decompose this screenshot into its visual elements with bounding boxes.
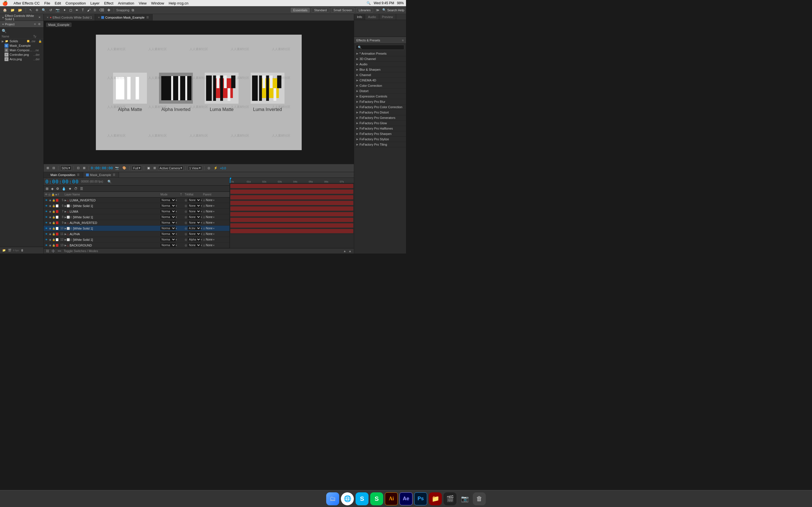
- tab-info[interactable]: Info: [354, 14, 365, 20]
- layer-row[interactable]: 👁 ◉ 🔒 10 ▶ □⊡ [White Solid 1] Norma ▾ ◎ …: [44, 226, 230, 231]
- layer-expand-arrow-4[interactable]: ▶: [64, 221, 66, 224]
- layer-expand-arrow-7[interactable]: ▶: [64, 238, 66, 241]
- tf-add-btn[interactable]: ➕: [51, 249, 55, 253]
- ep-section-header-4[interactable]: ▶Channel: [354, 72, 406, 77]
- tf-up-arrow[interactable]: ▲: [343, 249, 346, 252]
- layer-mode-select-7[interactable]: Norma: [160, 238, 175, 241]
- solo-icon-7[interactable]: ◉: [49, 238, 52, 241]
- workspace-standard[interactable]: Standard: [312, 8, 329, 13]
- menu-composition[interactable]: Composition: [65, 1, 86, 5]
- project-search-icon[interactable]: 🔍: [2, 29, 6, 33]
- layer-mode-select-1[interactable]: Norma: [160, 204, 175, 208]
- layer-row[interactable]: 👁 ◉ 🔒 7 ▶ △ LUMA Norma ▾ ◎ None ▾ ◎ No: [44, 209, 230, 214]
- toolbar-rotate[interactable]: ↺: [48, 8, 53, 13]
- ep-section-header-11[interactable]: ▶FxFactory Pro Distort: [354, 110, 406, 115]
- toolbar-shape[interactable]: ◻: [68, 8, 73, 13]
- layer-row[interactable]: 👁 ◉ 🔒 6 ▶ □⊡ [White Solid 1] Norma ▾ ◎ N…: [44, 203, 230, 209]
- ep-section-header-9[interactable]: ▶FxFactory Pro Blur: [354, 99, 406, 104]
- workspace-small[interactable]: Small Screen: [331, 8, 354, 13]
- toolbar-type[interactable]: T: [81, 8, 85, 13]
- tab-composition[interactable]: ✕ Composition Mask_Example ☰: [95, 14, 152, 20]
- menu-effect[interactable]: Effect: [104, 1, 113, 5]
- tab-audio[interactable]: Audio: [365, 14, 379, 20]
- tl-add-marker[interactable]: ◈: [50, 186, 54, 191]
- layer-mode-select-0[interactable]: Norma: [160, 198, 175, 202]
- layer-mode-select-2[interactable]: Norma: [160, 210, 175, 213]
- layer-expand-arrow-2[interactable]: ▶: [64, 210, 66, 213]
- toolbar-new[interactable]: 📁: [9, 8, 16, 13]
- tl-fps-btn[interactable]: ⏱: [73, 186, 79, 191]
- lock-icon-0[interactable]: 🔒: [52, 199, 55, 202]
- layer-expand-arrow-5[interactable]: ▶: [64, 227, 66, 230]
- layer-expand-arrow-6[interactable]: ▶: [64, 233, 66, 235]
- comp-viewer-label[interactable]: Mask_Example: [46, 22, 71, 27]
- track-bar-1[interactable]: [231, 189, 353, 194]
- eye-icon-0[interactable]: 👁: [45, 199, 48, 202]
- ep-section-header-5[interactable]: ▶CINEMA 4D: [354, 78, 406, 83]
- project-new-folder[interactable]: 📁: [2, 249, 6, 252]
- lock-icon-8[interactable]: 🔒: [52, 244, 55, 247]
- search-help-button[interactable]: 🔍 Search Help: [382, 8, 404, 12]
- lock-icon-3[interactable]: 🔒: [52, 216, 55, 219]
- vc-camera[interactable]: Active Camera ▾: [158, 166, 184, 170]
- ep-section-header-8[interactable]: ▶Expression Controls: [354, 94, 406, 99]
- project-item-arcs[interactable]: ▶ P Arcs.png ...der: [0, 57, 43, 61]
- layer-trkmat-select-6[interactable]: None: [188, 232, 201, 236]
- track-bar-8[interactable]: [231, 229, 353, 233]
- project-item-main[interactable]: ▶ C Main Composition ...ne: [0, 48, 43, 52]
- layer-trkmat-select-4[interactable]: None: [188, 221, 201, 224]
- layer-trkmat-select-1[interactable]: None: [188, 204, 201, 208]
- menu-window[interactable]: Window: [151, 1, 164, 5]
- layer-mode-select-5[interactable]: Norma: [160, 226, 175, 230]
- solo-icon-2[interactable]: ◉: [49, 210, 52, 213]
- ep-section-header-17[interactable]: ▶FxFactory Pro Tiling: [354, 142, 406, 147]
- eye-icon-6[interactable]: 👁: [45, 232, 48, 236]
- vc-grid[interactable]: ⊟: [51, 166, 56, 170]
- layer-row[interactable]: 👁 ◉ 🔒 11 ▶ △ ALPHA Norma ▾ ◎ None ▾ ◎: [44, 231, 230, 237]
- tl-search-btn[interactable]: 🔍: [107, 179, 112, 184]
- tl-render-btn[interactable]: ⊞: [45, 186, 49, 191]
- layer-row[interactable]: 👁 ◉ 🔒 9 ▶ △ ALPHA_INVERTED Norma ▾ ◎ Non…: [44, 220, 230, 226]
- eye-icon-1[interactable]: 👁: [45, 204, 48, 208]
- tf-subtract-btn[interactable]: ➖: [57, 249, 61, 253]
- tab-preview[interactable]: Preview: [379, 14, 396, 20]
- layer-row[interactable]: 👁 ◉ 🔒 5 ▶ △ LUMA_INVERTED Norma ▾ ◎ None…: [44, 198, 230, 203]
- timeline-tab-close-main[interactable]: ☰: [77, 173, 80, 176]
- workspace-essentials[interactable]: Essentials: [291, 8, 310, 13]
- solo-icon-0[interactable]: ◉: [49, 199, 52, 202]
- layer-trkmat-select-2[interactable]: None: [188, 210, 201, 213]
- ep-section-header-1[interactable]: ▶3D Channel: [354, 56, 406, 61]
- ep-section-header-0[interactable]: ▶* Animation Presets: [354, 51, 406, 56]
- ep-section-header-2[interactable]: ▶Audio: [354, 62, 406, 67]
- layer-trkmat-select-5[interactable]: A.Inv: [188, 226, 201, 230]
- lock-icon-6[interactable]: 🔒: [52, 232, 55, 236]
- solo-icon-8[interactable]: ◉: [49, 244, 52, 247]
- layer-mode-select-6[interactable]: Norma: [160, 232, 175, 236]
- layer-row[interactable]: 👁 ◉ 🔒 13 ▶ △ BACKGROUND Norma ▾ ◎ None ▾…: [44, 242, 230, 248]
- track-bar-0[interactable]: [231, 184, 353, 188]
- solo-icon-5[interactable]: ◉: [49, 227, 52, 230]
- ep-section-header-3[interactable]: ▶Blur & Sharpen: [354, 67, 406, 72]
- tab-effect-controls[interactable]: ✕ ■ Effect Controls White Solid 1: [44, 14, 95, 20]
- toolbar-anchor[interactable]: ✦: [62, 8, 67, 13]
- layer-trkmat-select-8[interactable]: None: [188, 243, 201, 247]
- vc-region[interactable]: ⊞: [45, 166, 50, 170]
- project-item-controller[interactable]: ▶ P Controller.png ...der: [0, 52, 43, 57]
- layer-row[interactable]: 👁 ◉ 🔒 8 ▶ □⊡ [White Solid 1] Norma ▾ ◎ N…: [44, 214, 230, 220]
- tab-comp-close[interactable]: ☰: [146, 16, 149, 19]
- vc-views[interactable]: 1 View ▾: [188, 166, 202, 170]
- toolbar-pen[interactable]: ✒: [74, 8, 80, 13]
- project-new-comp[interactable]: 🎬: [7, 249, 12, 252]
- ep-section-header-10[interactable]: ▶FxFactory Pro Color Correction: [354, 105, 406, 110]
- lock-icon-1[interactable]: 🔒: [52, 204, 55, 208]
- eye-icon-8[interactable]: 👁: [45, 244, 48, 247]
- solo-icon-6[interactable]: ◉: [49, 232, 52, 236]
- solo-icon-1[interactable]: ◉: [49, 204, 52, 208]
- toolbar-open[interactable]: 📂: [17, 8, 23, 13]
- track-bar-4[interactable]: [231, 207, 353, 211]
- layer-mode-select-3[interactable]: Norma: [160, 215, 175, 219]
- layer-expand-arrow-1[interactable]: ▶: [64, 205, 66, 207]
- panel-close-btn[interactable]: ✕: [38, 16, 41, 19]
- track-bar-6[interactable]: [231, 218, 353, 222]
- layer-mode-select-4[interactable]: Norma: [160, 221, 175, 224]
